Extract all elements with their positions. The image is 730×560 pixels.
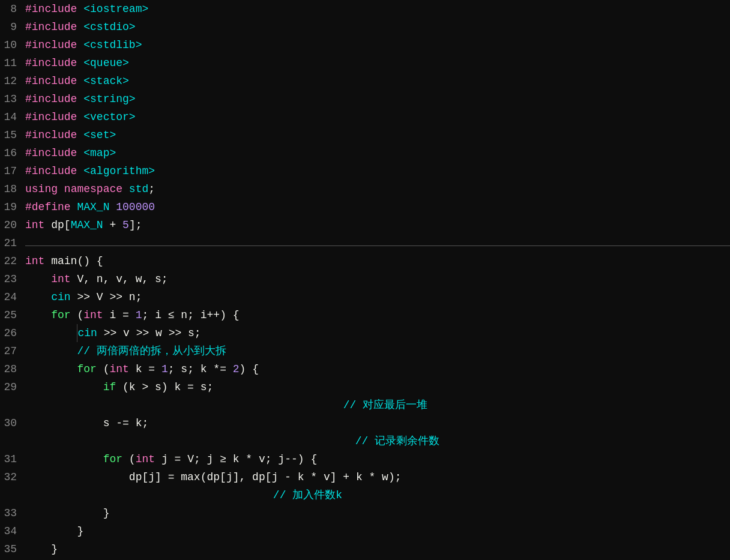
line-content: #include <stack> [25, 72, 730, 90]
line-number: 11 [0, 54, 25, 72]
line-number: 25 [0, 306, 25, 324]
line-content: #define MAX_N 100000 [25, 198, 730, 216]
line-number: 34 [0, 522, 25, 540]
line-content: cin >> V >> n; [25, 288, 730, 306]
line-content: #include <cstdio> [25, 18, 730, 36]
line-number: 21 [0, 234, 25, 252]
line-content: s -= k; // 记录剩余件数 [25, 414, 730, 450]
line-content: for (int j = V; j ≥ k * v; j--) { [25, 450, 730, 468]
line-content: #include <cstdlib> [25, 36, 730, 54]
line-content: int main() { [25, 252, 730, 270]
line-21: 21 [0, 234, 730, 252]
line-number: 28 [0, 360, 25, 378]
line-number: 16 [0, 144, 25, 162]
line-number: 9 [0, 18, 25, 36]
line-33: 33 } [0, 504, 730, 522]
line-content: #include <algorithm> [25, 162, 730, 180]
line-content: #include <string> [25, 90, 730, 108]
line-content: dp[j] = max(dp[j], dp[j - k * v] + k * w… [25, 468, 730, 504]
line-content: int dp[MAX_N + 5]; [25, 216, 730, 234]
line-number: 29 [0, 378, 25, 396]
line-16: 16 #include <map> [0, 144, 730, 162]
line-content: for (int i = 1; i ≤ n; i++) { [25, 306, 730, 324]
line-34: 34 } [0, 522, 730, 540]
line-number: 12 [0, 72, 25, 90]
line-17: 17 #include <algorithm> [0, 162, 730, 180]
line-content: #include <set> [25, 126, 730, 144]
line-content: cin >> v >> w >> s; [25, 324, 730, 342]
line-23: 23 int V, n, v, w, s; [0, 270, 730, 288]
line-number: 32 [0, 468, 25, 486]
line-24: 24 cin >> V >> n; [0, 288, 730, 306]
line-content: for (int k = 1; s; k *= 2) { [25, 360, 730, 378]
line-number: 14 [0, 108, 25, 126]
line-number: 23 [0, 270, 25, 288]
line-content: #include <map> [25, 144, 730, 162]
line-content: #include <vector> [25, 108, 730, 126]
line-27: 27 // 两倍两倍的拆，从小到大拆 [0, 342, 730, 360]
line-number: 24 [0, 288, 25, 306]
line-content: } [25, 522, 730, 540]
line-content: if (k > s) k = s; // 对应最后一堆 [25, 378, 730, 414]
line-number: 17 [0, 162, 25, 180]
line-content: #include <iostream> [25, 0, 730, 18]
code-editor: 8 #include <iostream> 9 #include <cstdio… [0, 0, 730, 560]
line-number: 15 [0, 126, 25, 144]
line-content: // 两倍两倍的拆，从小到大拆 [25, 342, 730, 360]
line-26: 26 cin >> v >> w >> s; [0, 324, 730, 342]
line-19: 19 #define MAX_N 100000 [0, 198, 730, 216]
line-32: 32 dp[j] = max(dp[j], dp[j - k * v] + k … [0, 468, 730, 504]
line-12: 12 #include <stack> [0, 72, 730, 90]
line-number: 10 [0, 36, 25, 54]
line-content: using namespace std; [25, 180, 730, 198]
line-11: 11 #include <queue> [0, 54, 730, 72]
line-number: 31 [0, 450, 25, 468]
line-number: 22 [0, 252, 25, 270]
line-8: 8 #include <iostream> [0, 0, 730, 18]
line-number: 26 [0, 324, 25, 342]
line-10: 10 #include <cstdlib> [0, 36, 730, 54]
line-22: 22 int main() { [0, 252, 730, 270]
line-number: 33 [0, 504, 25, 522]
line-content: } [25, 504, 730, 522]
line-29: 29 if (k > s) k = s; // 对应最后一堆 [0, 378, 730, 414]
line-number: 20 [0, 216, 25, 234]
line-35: 35 } [0, 540, 730, 558]
line-20: 20 int dp[MAX_N + 5]; [0, 216, 730, 234]
line-13: 13 #include <string> [0, 90, 730, 108]
line-number: 30 [0, 414, 25, 432]
line-30: 30 s -= k; // 记录剩余件数 [0, 414, 730, 450]
line-31: 31 for (int j = V; j ≥ k * v; j--) { [0, 450, 730, 468]
line-content: int V, n, v, w, s; [25, 270, 730, 288]
line-number: 19 [0, 198, 25, 216]
line-content: #include <queue> [25, 54, 730, 72]
line-14: 14 #include <vector> [0, 108, 730, 126]
line-number: 13 [0, 90, 25, 108]
line-content [25, 245, 730, 246]
line-15: 15 #include <set> [0, 126, 730, 144]
line-9: 9 #include <cstdio> [0, 18, 730, 36]
line-28: 28 for (int k = 1; s; k *= 2) { [0, 360, 730, 378]
line-number: 27 [0, 342, 25, 360]
line-number: 18 [0, 180, 25, 198]
line-number: 35 [0, 540, 25, 558]
line-number: 8 [0, 0, 25, 18]
line-18: 18 using namespace std; [0, 180, 730, 198]
line-content: } [25, 540, 730, 558]
line-25: 25 for (int i = 1; i ≤ n; i++) { [0, 306, 730, 324]
